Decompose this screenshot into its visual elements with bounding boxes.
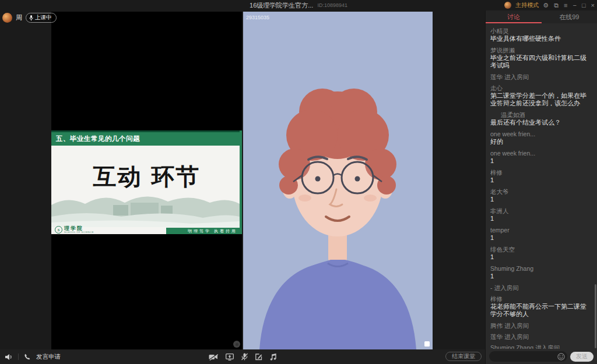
minimize-icon[interactable]: −: [573, 0, 576, 10]
presentation-slide: 五、毕业生常见的几个问题 互动 环节 S: [51, 130, 242, 234]
chat-message: 小精灵毕业具体有哪些硬性条件: [490, 27, 592, 43]
chat-message-list: 小精灵毕业具体有哪些硬性条件梦说拼濑毕业之前还有四六级和计算机二级考试吗莲华 进…: [486, 23, 597, 349]
speak-request-label[interactable]: 发言申请: [36, 353, 61, 361]
school-logo-icon: S: [55, 226, 62, 234]
chat-message: 梓修花老师能不能再公示一下第二课堂学分不够的人: [490, 295, 592, 318]
chat-message-author: Shuming Zhang: [490, 265, 592, 272]
chat-message-text: 1: [490, 157, 592, 165]
chat-message-text: 花老师能不能再公示一下第二课堂学分不够的人: [490, 303, 592, 318]
toolbar-divider: [18, 354, 19, 360]
slide-title: 互动 环节: [51, 161, 242, 193]
chat-tabs: 讨论 在线99: [486, 10, 597, 23]
chat-system-message: Shuming Zhang 进入房间: [490, 344, 592, 349]
tab-discussion[interactable]: 讨论: [486, 10, 542, 23]
chat-message-author: 小精灵: [490, 27, 592, 34]
chat-message: 老大爷1: [490, 188, 592, 203]
host-mode-badge[interactable]: 主持模式: [515, 1, 539, 9]
host-name: 周: [16, 13, 22, 22]
in-class-badge: 上课中: [26, 13, 57, 23]
chat-message: 绯色天空1: [490, 246, 592, 261]
person-illustration: [243, 12, 433, 349]
stage: 周 上课中 五、毕业生常见的几个问题: [0, 10, 485, 349]
slide-motto: 明理笃学 执着持用: [166, 228, 242, 234]
user-avatar[interactable]: [504, 2, 511, 9]
slide-body: 互动 环节: [51, 146, 242, 227]
titlebar: 16级理学院学生官方... ID:10898941 主持模式 ⚙⧉≡−□×: [0, 0, 597, 10]
school-logo: S 理学院 SCHOOL OF SCIENCE: [55, 226, 94, 234]
chat-message-text: 1: [490, 273, 592, 280]
campus-landscape-image: [51, 190, 240, 227]
tab-online-members[interactable]: 在线99: [542, 10, 597, 23]
send-button[interactable]: 发送: [570, 352, 594, 362]
slide-footer: S 理学院 SCHOOL OF SCIENCE 明理笃学 执着持用: [51, 227, 242, 234]
mic-muted-icon[interactable]: [241, 353, 248, 361]
school-logo-subtext: SCHOOL OF SCIENCE: [64, 231, 94, 234]
chat-message-author: 非洲人: [490, 207, 592, 214]
microphone-icon: [29, 15, 33, 21]
menu-icon[interactable]: ≡: [564, 0, 567, 10]
chat-message-text: 最后还有个结业考试么？: [490, 119, 592, 126]
chat-message-text: 1: [490, 234, 592, 242]
chat-message: temper1: [490, 227, 592, 242]
chat-message: one week frien...1: [490, 150, 592, 165]
chat-system-message: 莲华 进入房间: [490, 73, 592, 80]
chat-scrollbar[interactable]: [595, 284, 596, 348]
chat-message: 梦说拼濑毕业之前还有四六级和计算机二级考试吗: [490, 47, 592, 69]
camera-video: 29315035: [243, 12, 433, 349]
chat-message: 走心第二课堂学分差一个的，如果在毕业答辩之前还没拿到，该怎么办: [490, 84, 592, 107]
video-source-badge[interactable]: [233, 341, 240, 348]
chat-message-text: 1: [490, 176, 592, 184]
music-icon[interactable]: [270, 354, 276, 361]
viewer-id: 29315035: [246, 15, 269, 20]
speaker-icon[interactable]: [5, 354, 13, 361]
window-title: 16级理学院学生官方...: [250, 1, 313, 10]
chat-message-author: 走心: [490, 84, 592, 91]
chat-system-message: - 进入房间: [490, 284, 592, 291]
bottom-toolbar: 发言申请: [0, 349, 485, 364]
close-icon[interactable]: ×: [591, 0, 595, 10]
edit-whiteboard-icon[interactable]: [255, 354, 262, 361]
host-avatar[interactable]: [2, 13, 12, 23]
chat-message-author: one week frien...: [490, 150, 592, 157]
chat-input-row: 发送: [486, 349, 597, 364]
chat-input[interactable]: [489, 351, 567, 362]
screen-share-video: 五、毕业生常见的几个问题 互动 环节 S: [51, 12, 242, 349]
chat-system-message: 莲华 进入房间: [490, 333, 592, 340]
in-class-label: 上课中: [35, 14, 52, 22]
chat-message-author: temper: [490, 227, 592, 234]
chat-message-text: 1: [490, 196, 592, 203]
chat-message-author: 老大爷: [490, 188, 592, 195]
phone-icon[interactable]: [24, 354, 31, 361]
chat-message-author: 梓修: [490, 295, 592, 302]
room-id: ID:10898941: [317, 2, 347, 8]
settings-icon[interactable]: ⚙: [543, 0, 549, 10]
chat-panel: 讨论 在线99 小精灵毕业具体有哪些硬性条件梦说拼濑毕业之前还有四六级和计算机二…: [485, 10, 597, 364]
chat-message: 温柔如酒最后还有个结业考试么？: [490, 111, 592, 126]
watermark-icon: [424, 341, 430, 347]
maximize-icon[interactable]: □: [582, 0, 586, 10]
chat-message-text: 毕业之前还有四六级和计算机二级考试吗: [490, 54, 592, 69]
slide-side-strip: [240, 130, 242, 234]
chat-message: Shuming Zhang1: [490, 265, 592, 280]
app-window: 16级理学院学生官方... ID:10898941 主持模式 ⚙⧉≡−□× 周 …: [0, 0, 597, 364]
chat-message: 非洲人1: [490, 207, 592, 222]
chat-system-message: 腾伟 进入房间: [490, 322, 592, 329]
titlebar-right: 主持模式 ⚙⧉≡−□×: [504, 0, 595, 10]
popout-icon[interactable]: ⧉: [554, 0, 559, 10]
chat-message-author: one week frien...: [490, 130, 592, 137]
chat-message-text: 第二课堂学分差一个的，如果在毕业答辩之前还没拿到，该怎么办: [490, 92, 592, 107]
chat-message-author: 梦说拼濑: [490, 47, 592, 54]
emoji-icon[interactable]: [557, 352, 565, 361]
end-class-button[interactable]: 结束课堂: [445, 352, 482, 361]
chat-message-text: 1: [490, 253, 592, 261]
chat-message-author: 梓修: [490, 169, 592, 176]
chat-message-text: 好的: [490, 138, 592, 146]
window-controls: ⚙⧉≡−□×: [543, 0, 595, 10]
slide-header: 五、毕业生常见的几个问题: [51, 130, 242, 146]
toolbar-center: [209, 349, 276, 364]
chat-message-text: 1: [490, 215, 592, 222]
chat-message-author: 绯色天空: [490, 246, 592, 253]
camera-off-icon[interactable]: [209, 354, 218, 361]
chat-message: 梓修1: [490, 169, 592, 184]
screen-share-icon[interactable]: [226, 354, 234, 361]
